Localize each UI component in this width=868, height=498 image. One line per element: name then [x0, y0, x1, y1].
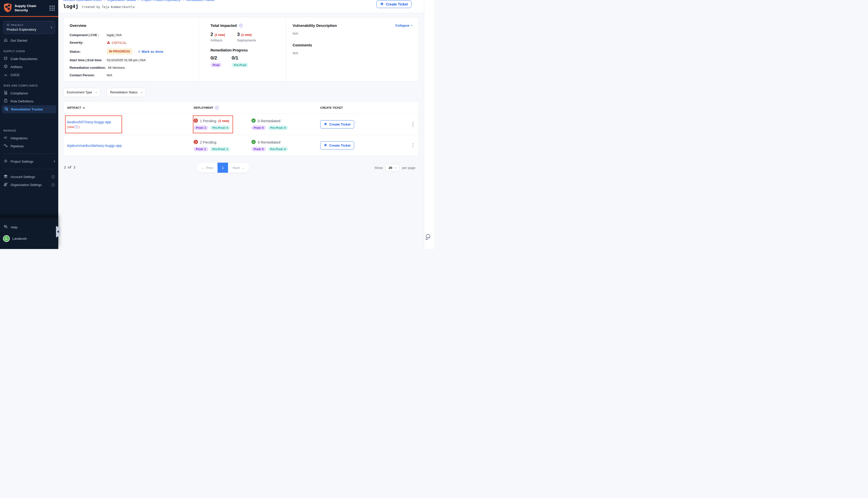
breadcrumb-organization[interactable]: Organization: default	[107, 0, 136, 2]
create-ticket-button[interactable]: Create Ticket	[320, 141, 354, 149]
prod-progress-stat: 0/2 Prod	[210, 55, 221, 67]
brand-accent-line	[0, 16, 58, 17]
chevron-up-icon	[411, 25, 413, 27]
breadcrumb-current[interactable]: Remediation Tracker	[186, 0, 215, 2]
environment-type-filter[interactable]: Environment Type	[63, 88, 100, 97]
chevron-down-icon	[394, 167, 397, 168]
remediation-status-filter[interactable]: Remediation Status	[107, 88, 146, 97]
svg-text:?: ?	[5, 225, 6, 227]
sidebar-item-help[interactable]: ? Help	[0, 223, 58, 231]
prod-badge: Prod	[210, 63, 221, 67]
status-label: Status:	[69, 50, 107, 53]
page-title: log4j	[63, 3, 78, 9]
row-menu-kebab-icon[interactable]	[411, 142, 415, 149]
component-cve-label: Component | CVE :	[69, 33, 107, 37]
brand-title: Supply Chain Security	[15, 4, 47, 13]
overview-heading: Overview	[69, 23, 199, 28]
breadcrumb-account[interactable]: Account: Automation-SSCA	[63, 0, 102, 2]
jira-diamond-icon	[324, 143, 327, 148]
support-chat-icon[interactable]	[425, 233, 432, 241]
sidebar-item-organization-settings[interactable]: Organization Settings i	[0, 181, 58, 189]
artifact-link[interactable]: tejakummarikuntla/easy-buggy-app	[67, 144, 194, 148]
preprod-progress-stat: 0/1 Pre-Prod	[232, 55, 248, 67]
new-artifact-flag: (newi)	[67, 125, 194, 129]
chevron-right-icon	[53, 160, 55, 162]
compliance-document-icon	[3, 91, 8, 96]
pager: ← Prev 1 Next →	[196, 163, 249, 173]
user-menu[interactable]: L Lavakush	[0, 235, 58, 242]
remediation-progress-heading: Remediation Progress	[210, 48, 286, 52]
remediation-condition-value: All Versions	[108, 66, 125, 69]
sidebar-footer: ? Help L Lavakush	[0, 218, 58, 249]
preprod-count-badge: Pre-Prod: 0	[268, 126, 288, 130]
sidebar: Supply Chain Security PROJECT Product Ex…	[0, 0, 58, 249]
remediated-check-icon	[251, 140, 256, 145]
home-icon	[3, 38, 8, 43]
sidebar-item-account-settings[interactable]: Account Settings i	[0, 173, 58, 181]
prev-page-button[interactable]: ← Prev	[196, 163, 218, 173]
component-cve-value: log4j | N/A	[107, 33, 122, 37]
vulnerability-description-heading: Vulnerability Description	[293, 23, 395, 28]
sidebar-item-project-settings[interactable]: Project Settings	[0, 157, 58, 166]
deployment-column-header: DEPLOYMENT	[194, 106, 213, 109]
project-label: PROJECT	[11, 24, 24, 26]
integrations-icon	[3, 135, 8, 141]
prod-count-badge: Prod: 1	[194, 126, 208, 130]
jira-diamond-icon	[324, 122, 327, 127]
account-settings-layers-icon	[3, 174, 8, 179]
collapse-link[interactable]: Collapse	[395, 24, 413, 27]
info-icon[interactable]: i	[75, 125, 78, 129]
new-count: (1 new)	[215, 33, 225, 37]
info-icon: i	[51, 175, 55, 179]
remediated-count: 0 Remediated	[258, 119, 280, 123]
sidebar-item-artifacts[interactable]: Artifacts	[0, 63, 58, 71]
sidebar-item-get-started[interactable]: Get Started	[0, 36, 58, 44]
sidebar-item-cicd[interactable]: ∞ CI/CD	[0, 71, 58, 79]
table-row: tejakummarikuntla/easy-buggy-app 2 Pendi…	[64, 135, 419, 156]
project-selector[interactable]: PROJECT Product Exploratory	[3, 21, 55, 34]
gear-icon	[3, 159, 8, 164]
sidebar-item-rule-definitions[interactable]: Rule Definitions	[0, 97, 58, 105]
severity-label: Severity:	[69, 41, 107, 44]
comments-heading: Comments	[293, 43, 413, 47]
app-grid-icon[interactable]	[50, 5, 55, 11]
preprod-count-badge: Pre-Prod: 0	[268, 147, 288, 152]
start-end-time-value: 01/10/2025 01:08 pm | N/A	[107, 58, 146, 62]
sidebar-item-code-repositories[interactable]: Code Repositories	[0, 55, 58, 63]
overview-card: Overview Component | CVE : log4j | N/A S…	[63, 17, 419, 81]
breadcrumb-project[interactable]: Project: Product Exploratory	[141, 0, 181, 2]
impacted-deployments-stat: 3(1 new) Deployments	[237, 31, 256, 42]
sidebar-item-pipelines[interactable]: Pipelines	[0, 142, 58, 150]
chevron-down-icon	[95, 91, 97, 93]
create-ticket-button[interactable]: Create Ticket	[376, 0, 411, 8]
chevron-down-icon	[140, 91, 142, 93]
created-by: Created by Teja Kummarikuntla	[82, 5, 134, 9]
section-manage: MANAGE	[0, 129, 58, 132]
artifact-link[interactable]: lavakush07/easy-buggy-app	[67, 120, 194, 124]
arrow-right-icon: →	[241, 166, 245, 170]
sidebar-item-integrations[interactable]: Integrations	[0, 134, 58, 142]
page-number-active[interactable]: 1	[218, 163, 228, 173]
info-icon[interactable]: i	[239, 24, 243, 27]
avatar: L	[3, 235, 10, 242]
next-page-button[interactable]: Next →	[228, 163, 249, 173]
page-size-select[interactable]: 20	[386, 164, 399, 171]
section-supply-chain: SUPPLY CHAIN	[0, 50, 58, 53]
prod-count-badge: Prod: 0	[251, 126, 266, 130]
remediated-count: 0 Remediated	[258, 140, 280, 144]
mark-as-done-link[interactable]: ✓ Mark as done	[138, 50, 163, 53]
start-end-time-label: Start time | End time:	[69, 58, 107, 62]
artifacts-table: ARTIFACT DEPLOYMENT i CREATE TICKET lava…	[63, 101, 419, 156]
total-impacted-heading: Total Impacted	[210, 23, 237, 28]
contact-person-value: N/A	[107, 73, 112, 77]
artifact-column-header[interactable]: ARTIFACT	[67, 106, 81, 109]
sidebar-item-compliance[interactable]: Compliance	[0, 89, 58, 97]
info-icon[interactable]: i	[215, 106, 219, 109]
critical-warning-icon	[107, 41, 110, 45]
cicd-infinity-icon: ∞	[3, 73, 8, 77]
row-menu-kebab-icon[interactable]	[411, 120, 415, 128]
create-ticket-button[interactable]: Create Ticket	[320, 120, 354, 129]
sort-asc-icon[interactable]	[83, 107, 85, 108]
pending-count: 1 Pending	[200, 119, 216, 123]
sidebar-item-remediation-tracker[interactable]: Remediation Tracker	[2, 105, 56, 113]
